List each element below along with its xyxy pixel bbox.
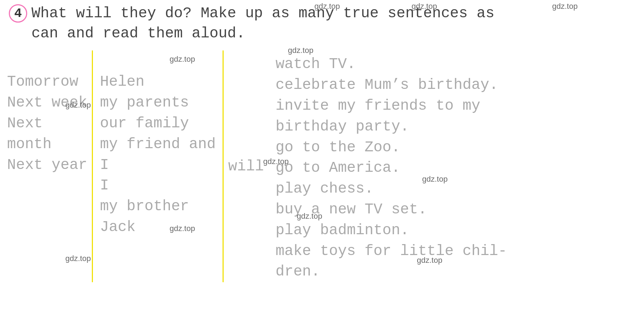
instruction-line2: can and read them aloud. — [31, 25, 245, 42]
subject-item-3: my friend and I — [100, 134, 223, 176]
subject-item-1: my parents — [100, 92, 223, 113]
action-item-2: invite my friends to my — [276, 96, 637, 116]
subject-item-0: Helen — [100, 72, 223, 92]
will-column: will — [223, 50, 268, 282]
action-column: watch TV. celebrate Mum’s birthday. invi… — [268, 50, 637, 282]
subject-item-2: our family — [100, 113, 223, 134]
instruction-line1: What will they do? Make up as many true … — [31, 5, 495, 22]
action-item-7: buy a new TV set. — [276, 199, 637, 220]
time-item-3: Next month — [7, 113, 92, 155]
time-column: Tomorrow Next week Next month Next year — [7, 50, 92, 282]
action-item-9: make toys for little chil- — [276, 241, 637, 262]
exercise-number: 4 — [9, 4, 27, 23]
time-item-1: Tomorrow — [7, 72, 92, 92]
header-row: 4 What will they do? Make up as many tru… — [7, 4, 637, 43]
action-item-5: go to America. — [276, 158, 637, 178]
action-item-4: go to the Zoo. — [276, 137, 637, 158]
subject-item-4: I — [100, 175, 223, 196]
action-item-10: dren. — [276, 261, 637, 282]
subject-item-5: my brother — [100, 196, 223, 217]
will-label: will — [228, 158, 264, 175]
page-container: 4 What will they do? Make up as many tru… — [0, 0, 644, 321]
action-item-3: birthday party. — [276, 116, 637, 137]
table-area: Tomorrow Next week Next month Next year … — [7, 50, 637, 282]
subject-item-6: Jack — [100, 217, 223, 238]
action-item-0: watch TV. — [276, 54, 637, 75]
subject-column: Helen my parents our family my friend an… — [92, 50, 223, 282]
action-item-6: play chess. — [276, 178, 637, 199]
instruction-text: What will they do? Make up as many true … — [31, 4, 495, 43]
action-item-1: celebrate Mum’s birthday. — [276, 75, 637, 96]
time-item-4: Next year — [7, 155, 92, 176]
time-item-2: Next week — [7, 92, 92, 113]
action-item-8: play badminton. — [276, 220, 637, 241]
